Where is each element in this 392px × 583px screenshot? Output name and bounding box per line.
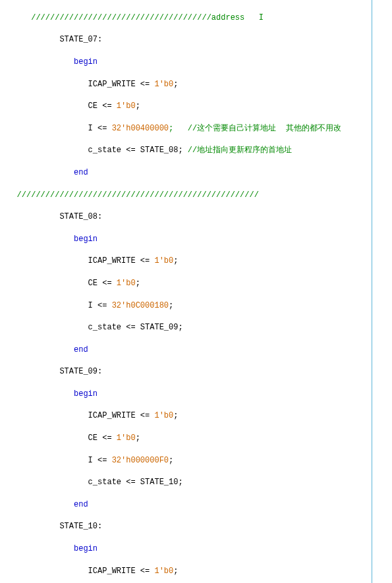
- num: 1'b0: [117, 101, 136, 111]
- code-block: //////////////////////////////////////ad…: [0, 0, 392, 583]
- semi: ;: [173, 567, 178, 576]
- state08-label: STATE_08:: [3, 211, 392, 223]
- state10-label: STATE_10:: [3, 521, 392, 532]
- end-kw: end: [3, 500, 88, 509]
- num: 1'b0: [154, 567, 173, 576]
- s07-cstate: c_state <= STATE_08;: [3, 146, 188, 155]
- s09-cstate: c_state <= STATE_10;: [3, 477, 392, 488]
- semi: ;: [136, 433, 140, 443]
- semi: ;: [136, 101, 140, 111]
- num: 1'b0: [154, 411, 173, 420]
- begin-kw: begin: [3, 235, 98, 244]
- s08-cstate: c_state <= STATE_09;: [3, 322, 392, 333]
- semi: ;: [136, 279, 140, 288]
- s09-icap: ICAP_WRITE <=: [3, 411, 154, 420]
- semi: ;: [173, 411, 178, 420]
- num: 32'h0C000180: [112, 301, 169, 310]
- s07-ce: CE <=: [3, 101, 117, 111]
- begin-kw: begin: [3, 57, 98, 67]
- num: 1'b0: [117, 279, 136, 288]
- s10-icap: ICAP_WRITE <=: [3, 567, 154, 576]
- num: 32'h000000F0: [112, 456, 169, 465]
- s08-icap: ICAP_WRITE <=: [3, 256, 154, 265]
- begin-kw: begin: [3, 389, 98, 399]
- num: 32'h00400000: [112, 124, 169, 133]
- comment-sep2: ////////////////////////////////////////…: [3, 190, 259, 200]
- comment: //地址指向更新程序的首地址: [188, 146, 292, 155]
- comment-sep1: //////////////////////////////////////ad…: [3, 13, 264, 22]
- s07-i: I <=: [3, 124, 112, 133]
- comment: ; //这个需要自己计算地址 其他的都不用改: [169, 124, 341, 133]
- s08-i: I <=: [3, 301, 112, 310]
- end-kw: end: [3, 168, 88, 177]
- begin-kw: begin: [3, 544, 98, 553]
- s08-ce: CE <=: [3, 279, 117, 288]
- right-border: [372, 0, 372, 583]
- s09-i: I <=: [3, 456, 112, 465]
- s09-ce: CE <=: [3, 433, 117, 443]
- s07-icap: ICAP_WRITE <=: [3, 80, 154, 89]
- num: 1'b0: [154, 80, 173, 89]
- state07-label: STATE_07:: [3, 34, 392, 45]
- semi: ;: [173, 80, 178, 89]
- state09-label: STATE_09:: [3, 366, 392, 377]
- end-kw: end: [3, 345, 88, 354]
- num: 1'b0: [154, 256, 173, 265]
- semi: ;: [169, 301, 173, 310]
- semi: ;: [169, 456, 173, 465]
- semi: ;: [173, 256, 178, 265]
- num: 1'b0: [117, 433, 136, 443]
